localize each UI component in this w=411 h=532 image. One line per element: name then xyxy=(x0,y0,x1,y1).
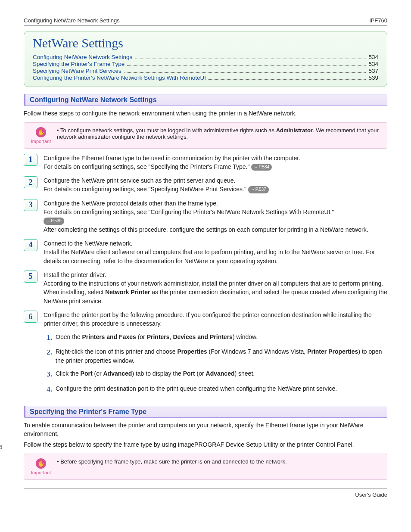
section2-text-2: Follow the steps below to specify the fr… xyxy=(24,441,387,449)
step-number: 2 xyxy=(24,176,37,188)
substep-number: 4 xyxy=(44,384,52,395)
section-heading-configuring: Configuring NetWare Network Settings xyxy=(24,94,387,106)
toc-page: 539 xyxy=(368,75,378,81)
footer: User's Guide xyxy=(24,488,387,498)
important-icon: ✋ xyxy=(36,458,46,469)
important-text: • To configure network settings, you mus… xyxy=(57,127,381,144)
step-5: 5 Install the printer driver. According … xyxy=(24,271,387,305)
toc-row: Configuring the Printer's NetWare Networ… xyxy=(33,75,378,81)
toc-row: Specifying NetWare Print Services 537 xyxy=(33,68,378,74)
section2-text-1: To enable communication between the prin… xyxy=(24,421,387,438)
substep-4: 4 Configure the print destination port t… xyxy=(44,384,387,395)
important-text: • Before specifying the frame type, make… xyxy=(57,458,287,475)
step-text: Configure the NetWare protocol details o… xyxy=(44,200,218,207)
step-detail: According to the instructions of your ne… xyxy=(44,280,387,305)
important-label: Important xyxy=(31,470,51,475)
step-detail: For details on configuring settings, see… xyxy=(44,208,334,215)
important-note: ✋ Important • To configure network setti… xyxy=(24,122,387,149)
toc-link[interactable]: Specifying the Printer's Frame Type xyxy=(33,61,125,67)
toc-page: 534 xyxy=(368,61,378,67)
section-heading-frametype: Specifying the Printer's Frame Type xyxy=(24,406,387,418)
step-number: 5 xyxy=(24,271,37,283)
toc-row: Specifying the Printer's Frame Type 534 xyxy=(33,61,378,67)
important-label: Important xyxy=(31,139,51,144)
step-detail: For details on configuring settings, see… xyxy=(44,163,249,170)
important-icon: ✋ xyxy=(36,127,46,137)
step-text: Configure the Ethernet frame type to be … xyxy=(44,155,300,162)
header-right: iPF760 xyxy=(370,17,387,24)
step-number: 6 xyxy=(24,311,37,323)
step-text: Configure the printer port by the follow… xyxy=(44,311,372,327)
step-2: 2 Configure the NetWare print service su… xyxy=(24,176,387,194)
important-note-2: ✋ Important • Before specifying the fram… xyxy=(24,454,387,480)
substep-text: Open the Printers and Faxes (or Printers… xyxy=(56,333,258,343)
step-number: 4 xyxy=(24,239,37,251)
step-detail: For details on configuring settings, see… xyxy=(44,186,246,193)
step-6: 6 Configure the printer port by the foll… xyxy=(24,311,387,399)
toc-link[interactable]: Specifying NetWare Print Services xyxy=(33,68,121,74)
page-number: 534 xyxy=(0,444,2,451)
substep-1: 1 Open the Printers and Faxes (or Printe… xyxy=(44,333,387,343)
step-after: After completing the settings of this pr… xyxy=(44,226,368,233)
page-ref-badge[interactable]: P.539 xyxy=(44,218,64,225)
substep-text: Right-click the icon of this printer and… xyxy=(56,347,387,365)
page-title: NetWare Settings xyxy=(33,36,378,50)
step-3: 3 Configure the NetWare protocol details… xyxy=(24,199,387,234)
toc-page: 537 xyxy=(368,68,378,74)
substep-number: 3 xyxy=(44,369,52,380)
substep-text: Click the Port (or Advanced) tab to disp… xyxy=(56,369,255,380)
intro-text: Follow these steps to configure the netw… xyxy=(24,109,387,118)
substep-2: 2 Right-click the icon of this printer a… xyxy=(44,347,387,365)
title-box: NetWare Settings Configuring NetWare Net… xyxy=(24,31,387,87)
substep-3: 3 Click the Port (or Advanced) tab to di… xyxy=(44,369,387,380)
substep-text: Configure the print destination port to … xyxy=(56,384,337,395)
page-ref-badge[interactable]: P.537 xyxy=(248,186,269,193)
running-header: Configuring NetWare Network Settings iPF… xyxy=(24,17,387,26)
header-left: Configuring NetWare Network Settings xyxy=(24,17,120,24)
substep-number: 1 xyxy=(44,333,52,343)
step-number: 3 xyxy=(24,199,37,211)
substep-number: 2 xyxy=(44,347,52,365)
toc-link[interactable]: Configuring NetWare Network Settings xyxy=(33,54,132,60)
step-number: 1 xyxy=(24,154,37,166)
step-1: 1 Configure the Ethernet frame type to b… xyxy=(24,154,387,171)
step-4: 4 Connect to the NetWare network. Instal… xyxy=(24,239,387,265)
toc-page: 534 xyxy=(368,54,378,60)
toc-row: Configuring NetWare Network Settings 534 xyxy=(33,54,378,60)
step-text: Install the printer driver. xyxy=(44,271,106,278)
step-text: Connect to the NetWare network. xyxy=(44,240,132,247)
toc-link[interactable]: Configuring the Printer's NetWare Networ… xyxy=(33,75,206,81)
page-ref-badge[interactable]: P.534 xyxy=(251,164,272,171)
step-text: Configure the NetWare print service such… xyxy=(44,177,235,184)
step-detail: Install the NetWare client software on a… xyxy=(44,249,375,264)
